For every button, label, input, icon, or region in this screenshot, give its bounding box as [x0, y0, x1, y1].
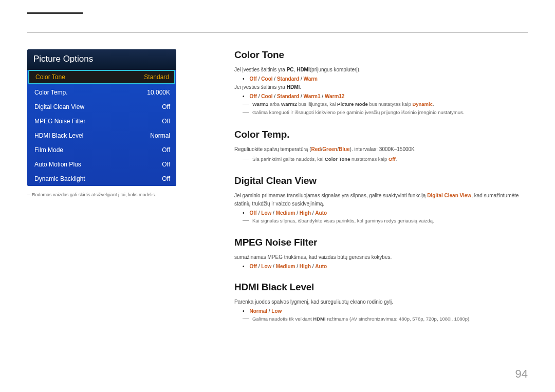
- osd-panel-body: Color Tone Standard Color Temp. 10,000K …: [27, 70, 176, 186]
- option: Off: [250, 210, 257, 216]
- option: High: [300, 210, 311, 216]
- osd-row-label: Color Temp.: [34, 89, 67, 96]
- bold-text: PC: [287, 67, 294, 72]
- text: bus išjungtas, kai: [297, 101, 337, 107]
- osd-row-value: Standard: [144, 73, 169, 81]
- osd-row-value: Off: [162, 103, 170, 110]
- osd-row-label: Dynamic Backlight: [34, 175, 85, 182]
- text: .: [396, 156, 397, 162]
- osd-panel: Picture Options Color Tone Standard Colo…: [27, 49, 176, 186]
- paragraph: Reguliuokite spalvų temperatūrą (Red/Gre…: [234, 145, 528, 154]
- osd-row-film-mode[interactable]: Film Mode Off: [27, 143, 176, 157]
- text: ). intervalas: 3000K–15000K: [350, 146, 415, 152]
- options-bullet: • Off / Cool / Standard / Warm1 / Warm12: [234, 94, 528, 99]
- option: Auto: [315, 210, 327, 216]
- note-dash-icon: ―: [243, 315, 249, 322]
- highlight-text: Digital Clean View: [427, 193, 471, 198]
- note-text: Šia parinktimi galite naudotis, kai Colo…: [252, 156, 397, 163]
- note-dash-icon: ―: [243, 100, 249, 107]
- heading-mpeg: MPEG Noise Filter: [234, 237, 528, 248]
- bold-text: Color Tone: [325, 156, 350, 162]
- option: Standard: [277, 76, 299, 82]
- options-list: Off / Cool / Standard / Warm: [250, 76, 318, 82]
- osd-row-hdmi-black-level[interactable]: HDMI Black Level Normal: [27, 128, 176, 143]
- options-list: Normal / Low: [250, 308, 282, 314]
- page-content: Picture Options Color Tone Standard Colo…: [0, 0, 555, 335]
- options-list: Off / Low / Medium / High / Auto: [250, 210, 327, 216]
- highlight-text: Blue: [339, 146, 350, 152]
- osd-row-digital-clean-view[interactable]: Digital Clean View Off: [27, 100, 176, 114]
- text: nustatomas kaip: [350, 156, 388, 162]
- osd-row-mpeg-noise-filter[interactable]: MPEG Noise Filter Off: [27, 114, 176, 128]
- note: ― Warm1 arba Warm2 bus išjungtas, kai Pi…: [234, 101, 528, 108]
- heading-color-temp: Color Temp.: [234, 129, 528, 140]
- osd-row-label: MPEG Noise Filter: [34, 118, 85, 125]
- text: bus nustatytas kaip: [368, 101, 413, 107]
- osd-row-color-tone[interactable]: Color Tone Standard: [28, 70, 175, 84]
- osd-row-value: Off: [162, 118, 170, 125]
- section-hdmi-black-level: HDMI Black Level Parenka juodos spalvos …: [234, 282, 528, 323]
- highlight-text: Green: [322, 146, 337, 152]
- osd-row-label: Color Tone: [35, 73, 65, 81]
- note-text: Galima koreguoti ir išsaugoti kiekvieno …: [252, 109, 464, 116]
- panel-footnote: – Rodomas vaizdas gali skirtis atsižvelg…: [27, 192, 176, 198]
- text: Šia parinktimi galite naudotis, kai: [252, 156, 325, 162]
- osd-row-label: Digital Clean View: [34, 103, 84, 110]
- note-text: Kai signalas silpnas, išbandykite visas …: [252, 217, 434, 225]
- osd-row-value: 10,000K: [147, 89, 170, 96]
- option: Standard: [277, 94, 299, 99]
- osd-panel-title: Picture Options: [27, 49, 176, 69]
- note-dash-icon: ―: [243, 155, 249, 162]
- text: .: [433, 101, 434, 107]
- paragraph: sumažinamas MPEG triukšmas, kad vaizdas …: [234, 253, 528, 262]
- note-dash-icon: ―: [243, 108, 249, 116]
- text: Reguliuokite spalvų temperatūrą (: [234, 146, 311, 152]
- footnote-dash-icon: –: [27, 192, 30, 198]
- option: Low: [261, 210, 271, 216]
- note-text: Warm1 arba Warm2 bus išjungtas, kai Pict…: [252, 101, 434, 108]
- note: ― Šia parinktimi galite naudotis, kai Co…: [234, 156, 528, 163]
- option: Low: [261, 264, 271, 269]
- text: Jei gaminio priimamas transliuojamas sig…: [234, 193, 427, 198]
- option: Medium: [276, 210, 295, 216]
- options-bullet: • Off / Cool / Standard / Warm: [234, 76, 528, 82]
- options-bullet: • Off / Low / Medium / High / Auto: [234, 210, 528, 216]
- note-dash-icon: ―: [243, 217, 249, 224]
- option: Low: [271, 308, 282, 314]
- option: Warm1: [304, 94, 321, 99]
- text: Galima naudotis tik veikiant: [252, 316, 313, 322]
- osd-row-color-temp[interactable]: Color Temp. 10,000K: [27, 85, 176, 100]
- heading-hdmi: HDMI Black Level: [234, 282, 528, 293]
- paragraph: Parenka juodos spalvos lygmenį, kad sure…: [234, 298, 528, 306]
- text: (prijungus kompiuterį).: [310, 67, 361, 72]
- osd-row-value: Off: [162, 146, 170, 154]
- osd-row-value: Normal: [150, 132, 170, 139]
- bullet-icon: •: [243, 264, 245, 269]
- option: Off: [250, 76, 257, 82]
- bullet-icon: •: [243, 76, 245, 82]
- section-mpeg-noise-filter: MPEG Noise Filter sumažinamas MPEG triuk…: [234, 237, 528, 269]
- osd-row-auto-motion-plus[interactable]: Auto Motion Plus Off: [27, 157, 176, 172]
- paragraph: Jei įvesties šaltinis yra PC, HDMI(priju…: [234, 66, 528, 74]
- highlight-text: Dynamic: [412, 101, 433, 107]
- note: ― Kai signalas silpnas, išbandykite visa…: [234, 217, 528, 225]
- heading-color-tone: Color Tone: [234, 49, 528, 61]
- osd-row-value: Off: [162, 161, 170, 168]
- osd-row-label: Film Mode: [34, 146, 63, 154]
- options-bullet: • Off / Low / Medium / High / Auto: [234, 264, 528, 269]
- note: ― Galima koreguoti ir išsaugoti kiekvien…: [234, 109, 528, 116]
- options-bullet: • Normal / Low: [234, 308, 528, 314]
- text: .: [300, 84, 301, 90]
- text: režimams (AV sinchronizavimas: 480p, 576…: [326, 316, 471, 322]
- header-accent-bar: [27, 12, 83, 14]
- heading-dcv: Digital Clean View: [234, 175, 528, 186]
- bold-text: HDMI: [297, 67, 310, 72]
- bullet-icon: •: [243, 308, 245, 314]
- bold-text: HDMI: [287, 84, 300, 90]
- osd-row-dynamic-backlight[interactable]: Dynamic Backlight Off: [27, 172, 176, 186]
- options-list: Off / Cool / Standard / Warm1 / Warm12: [250, 94, 345, 99]
- bold-text: Warm2: [281, 101, 297, 107]
- osd-row-label: HDMI Black Level: [34, 132, 83, 139]
- option: Off: [250, 264, 257, 269]
- option: Cool: [261, 76, 272, 82]
